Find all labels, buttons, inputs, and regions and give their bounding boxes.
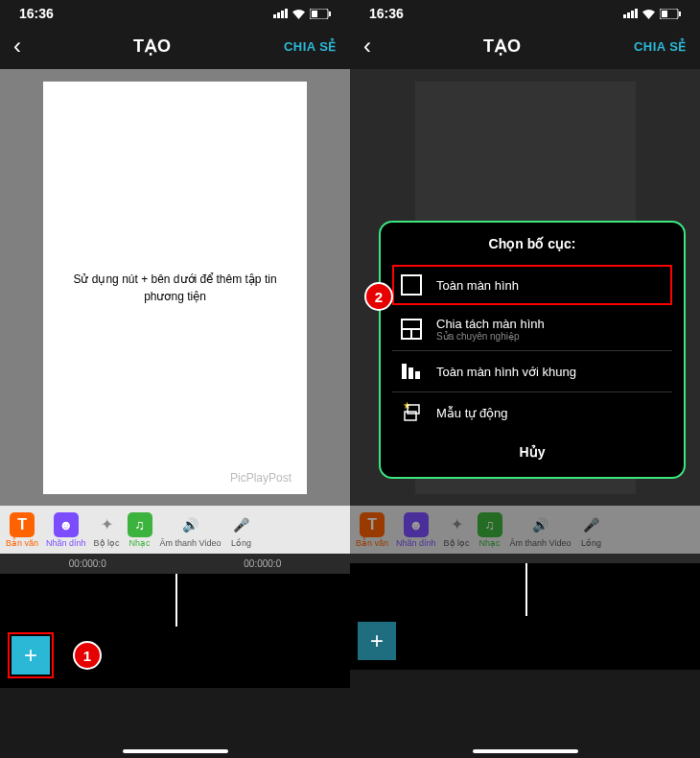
fullscreen-icon — [400, 273, 423, 296]
timeline-track — [350, 563, 700, 616]
svg-rect-11 — [408, 367, 413, 379]
home-indicator[interactable] — [473, 749, 578, 753]
svg-rect-12 — [415, 371, 420, 379]
tool-filter[interactable]: ✦Bộ lọc — [94, 512, 120, 548]
nav-bar: ‹ TẠO CHIA SẺ — [0, 23, 350, 69]
screen-left: 16:36 ‹ TẠO CHIA SẺ Sử dụng nút + bên dư… — [0, 0, 350, 758]
tool-text: TBản văn — [356, 512, 388, 548]
status-time: 16:36 — [369, 6, 404, 21]
split-icon — [400, 318, 423, 341]
add-row: + 1 — [0, 627, 350, 688]
tool-filter: ✦Bộ lọc — [444, 512, 470, 548]
blank-canvas: Sử dụng nút + bên dưới để thêm tập tin p… — [43, 82, 307, 494]
svg-rect-5 — [679, 12, 681, 16]
svg-rect-10 — [402, 364, 407, 379]
home-indicator[interactable] — [123, 749, 228, 753]
battery-icon — [660, 9, 681, 19]
option-fullscreen[interactable]: Toàn màn hình — [392, 265, 672, 305]
timeline-header: 00:000:0 00:000:0 — [0, 554, 350, 574]
wifi-icon — [292, 9, 306, 19]
status-bar: 16:36 — [0, 0, 350, 23]
option-template[interactable]: ★ Mẫu tự động — [392, 392, 672, 433]
sticker-icon: ☻ — [404, 512, 429, 537]
step-badge-2: 2 — [364, 282, 393, 311]
playhead[interactable] — [175, 574, 177, 627]
music-icon: ♫ — [128, 512, 152, 537]
option-split[interactable]: Chia tách màn hìnhSửa chuyên nghiệp — [392, 308, 672, 351]
add-media-button-dimmed: + — [358, 622, 396, 660]
tool-dub[interactable]: 🎤Lồng — [228, 512, 253, 548]
status-indicators — [623, 9, 681, 19]
tool-text[interactable]: TBản văn — [6, 512, 38, 548]
status-time: 16:36 — [19, 6, 54, 21]
audio-icon: 🔊 — [178, 512, 203, 537]
tool-audio[interactable]: 🔊Âm thanh Video — [160, 512, 222, 548]
svg-rect-2 — [329, 12, 331, 16]
status-indicators — [273, 9, 331, 19]
layout-modal: 2 Chọn bố cục: Toàn màn hình Chia tách m… — [379, 221, 686, 479]
modal-cancel[interactable]: Hủy — [392, 433, 672, 471]
tool-music[interactable]: ♫Nhạc — [128, 512, 152, 548]
share-button[interactable]: CHIA SẺ — [284, 39, 337, 54]
filter-icon: ✦ — [444, 512, 469, 537]
sticker-icon: ☻ — [54, 512, 79, 537]
canvas-hint: Sử dụng nút + bên dưới để thêm tập tin p… — [43, 271, 307, 305]
svg-rect-1 — [312, 11, 317, 17]
option-frame[interactable]: Toàn màn hình với khung — [392, 351, 672, 392]
wifi-icon — [642, 9, 656, 19]
frame-icon — [400, 360, 423, 383]
screen-right: 16:36 ‹ TẠO CHIA SẺ TBản văn ☻Nhãn dính … — [350, 0, 700, 758]
tool-audio: 🔊Âm thanh Video — [510, 512, 572, 548]
highlight-box-1: + — [8, 632, 54, 678]
status-bar: 16:36 — [350, 0, 700, 23]
toolbar-dimmed: TBản văn ☻Nhãn dính ✦Bộ lọc ♫Nhạc 🔊Âm th… — [350, 506, 700, 554]
share-button[interactable]: CHIA SẺ — [634, 39, 687, 54]
back-button[interactable]: ‹ — [13, 33, 21, 59]
canvas-area[interactable]: Sử dụng nút + bên dưới để thêm tập tin p… — [0, 69, 350, 506]
audio-icon: 🔊 — [528, 512, 553, 537]
nav-bar: ‹ TẠO CHIA SẺ — [350, 23, 700, 69]
toolbar: TBản văn ☻Nhãn dính ✦Bộ lọc ♫Nhạc 🔊Âm th… — [0, 506, 350, 554]
svg-rect-6 — [402, 275, 421, 295]
signal-icon — [623, 9, 638, 18]
battery-icon — [310, 9, 331, 19]
template-icon: ★ — [400, 401, 423, 424]
text-icon: T — [10, 512, 35, 537]
tool-sticker[interactable]: ☻Nhãn dính — [46, 512, 86, 548]
add-media-button[interactable]: + — [12, 636, 50, 675]
timeline-track[interactable] — [0, 574, 350, 627]
modal-title: Chọn bố cục: — [392, 236, 672, 251]
nav-title: TẠO — [133, 36, 172, 57]
time-marker: 00:000:0 — [244, 558, 281, 569]
timeline-header — [350, 554, 700, 563]
add-row: + — [350, 616, 700, 670]
nav-title: TẠO — [483, 36, 522, 57]
svg-rect-4 — [662, 11, 667, 17]
watermark: PicPlayPost — [230, 471, 292, 485]
mic-icon: 🎤 — [578, 512, 603, 537]
tool-music: ♫Nhạc — [478, 512, 502, 548]
tool-dub: 🎤Lồng — [578, 512, 603, 548]
filter-icon: ✦ — [94, 512, 119, 537]
step-badge-1: 1 — [73, 641, 102, 670]
text-icon: T — [360, 512, 385, 537]
music-icon: ♫ — [478, 512, 502, 537]
tool-sticker: ☻Nhãn dính — [396, 512, 436, 548]
mic-icon: 🎤 — [228, 512, 253, 537]
back-button[interactable]: ‹ — [363, 33, 371, 59]
signal-icon — [273, 9, 288, 18]
time-marker: 00:000:0 — [69, 558, 106, 569]
playhead — [525, 563, 527, 616]
